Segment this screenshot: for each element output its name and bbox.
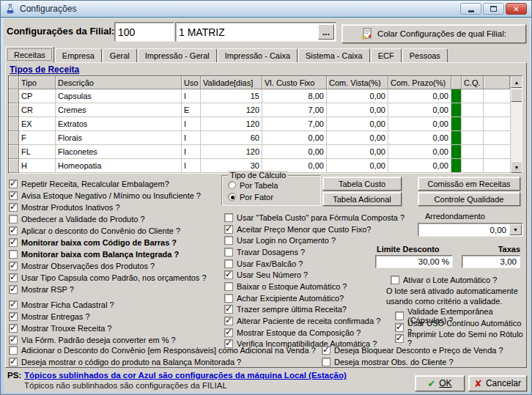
cell-custo-fixo[interactable]: 0,00 [262, 145, 327, 159]
checkbox-row[interactable]: Adicionar o Desconto do Convênio [em Res… [9, 344, 320, 356]
maximize-button[interactable] [483, 3, 504, 15]
checkbox[interactable] [224, 328, 233, 337]
checkbox-row[interactable]: Aplicar o desconto do Convênio do Client… [9, 225, 221, 237]
cell-tipo[interactable]: H [19, 159, 56, 173]
tab-impressao-geral[interactable]: Impressão - Geral [138, 48, 217, 63]
browse-ellipsis-button[interactable]: ... [318, 24, 334, 40]
grid-row[interactable]: EX Extratos I 120 7,00 0,00 0,00 [9, 117, 510, 131]
checkbox[interactable] [9, 358, 18, 366]
checkbox[interactable] [224, 305, 233, 314]
cell-cq[interactable] [462, 159, 484, 173]
cell-com-prazo[interactable]: 0,00 [388, 159, 451, 173]
checkbox[interactable] [9, 336, 18, 344]
checkbox[interactable] [9, 203, 18, 212]
grid-row[interactable]: CR Cremes E 120 7,00 0,00 0,00 [9, 103, 510, 117]
checkbox-row[interactable]: Mostrar Observações dos Produtos ? [9, 260, 221, 272]
title-bar[interactable]: Configurações ✕ [1, 1, 531, 18]
comissao-receitas-button[interactable]: Comissão em Receitas [418, 177, 520, 191]
checkbox[interactable] [9, 250, 18, 259]
checkbox[interactable] [395, 323, 404, 332]
checkbox-row[interactable]: Baixar o Estoque Automático ? [224, 281, 407, 292]
cell-com-prazo[interactable]: 0,00 [388, 103, 451, 117]
checkbox-row[interactable]: Monitorar baixa com Balança Integrada ? [9, 248, 221, 260]
checkbox-row[interactable]: Achar Excipiente Automático? [224, 292, 407, 304]
checkbox[interactable] [9, 191, 18, 200]
checkbox-row[interactable]: Mostrar Estoque da Composição ? [224, 327, 407, 339]
checkbox-row[interactable]: Aceitar Preço Menor que Custo Fixo? [224, 224, 407, 235]
checkbox[interactable] [9, 238, 18, 247]
col-uso[interactable]: Uso [182, 76, 201, 89]
radio-por-fator[interactable]: Por Fator [228, 191, 320, 202]
checkbox-row[interactable]: Alterar Paciente de receita confirmada ? [224, 315, 407, 327]
cell-com-vista[interactable]: 0,00 [327, 159, 388, 173]
branch-name-input[interactable]: 1 MATRIZ ... [175, 22, 336, 42]
cell-uso[interactable]: I [182, 159, 201, 173]
cell-descricao[interactable]: Cremes [56, 103, 182, 117]
arredondamento-combo[interactable]: 0,00 ▼ [418, 223, 523, 237]
tabela-custo-button[interactable]: Tabela Custo [322, 177, 402, 191]
col-descricao[interactable]: Descrição [56, 76, 182, 89]
cell-tipo[interactable]: FL [19, 145, 56, 159]
scroll-thumb[interactable] [511, 89, 522, 102]
checkbox[interactable] [9, 300, 18, 309]
checkbox[interactable] [395, 311, 404, 320]
radio-por-tabela[interactable]: Por Tabela [228, 180, 320, 191]
checkbox[interactable] [9, 346, 18, 355]
checkbox[interactable] [9, 226, 18, 235]
checkbox-row[interactable]: Trazer sempre última Receita? [224, 304, 407, 316]
checkbox[interactable] [224, 248, 233, 256]
checkbox[interactable] [395, 334, 404, 343]
cell-cq[interactable] [462, 103, 484, 117]
grid-row[interactable]: CP Capsulas I 15 8,00 0,00 0,00 [9, 89, 510, 103]
cell-validade[interactable]: 15 [201, 89, 262, 103]
tab-receitas[interactable]: Receitas [5, 46, 54, 63]
tab-ecf[interactable]: ECF [371, 48, 402, 63]
checkbox-row[interactable]: Mostrar Ficha Cadastral ? [9, 299, 221, 311]
cell-custo-fixo[interactable]: 7,00 [262, 117, 327, 131]
cell-descricao[interactable]: Extratos [56, 117, 182, 131]
col-cq[interactable]: C.Q. [462, 76, 484, 89]
checkbox[interactable] [9, 215, 18, 224]
close-button[interactable]: ✕ [506, 3, 527, 15]
cell-descricao[interactable]: Homeopatia [56, 159, 182, 173]
cell-com-prazo[interactable]: 0,00 [388, 89, 451, 103]
controle-qualidade-button[interactable]: Controle Qualidade [418, 192, 520, 206]
cell-com-vista[interactable]: 0,00 [327, 131, 388, 145]
radio-icon[interactable] [228, 181, 236, 189]
col-com-vista[interactable]: Com. Vista(%) [327, 76, 388, 89]
tabela-adicional-button[interactable]: Tabela Adicional [322, 192, 402, 206]
checkbox[interactable] [224, 259, 233, 268]
cell-descricao[interactable]: Flaconetes [56, 145, 182, 159]
checkbox-row[interactable]: Usar Tipo Capsula como Padrão, nos orçam… [9, 272, 221, 284]
cell-validade[interactable]: 120 [201, 103, 262, 117]
checkbox[interactable] [9, 273, 18, 282]
cell-tipo[interactable]: CP [19, 89, 56, 103]
checkbox[interactable] [322, 346, 330, 355]
cell-custo-fixo[interactable]: 8,00 [262, 89, 327, 103]
col-com-prazo[interactable]: Com. Prazo(%) [388, 76, 451, 89]
checkbox-row[interactable]: Usar Seu Número ? [224, 269, 407, 281]
cell-com-prazo[interactable]: 0,00 [388, 117, 451, 131]
cell-com-vista[interactable]: 0,00 [327, 103, 388, 117]
cell-uso[interactable]: I [182, 145, 201, 159]
checkbox[interactable] [391, 276, 399, 284]
checkbox[interactable] [224, 225, 233, 234]
checkbox-row[interactable]: Obedecer a Validade do Produto ? [9, 213, 221, 225]
col-validade[interactable]: Validade[dias] [201, 76, 262, 89]
checkbox[interactable] [9, 285, 18, 294]
radio-icon[interactable] [228, 193, 236, 201]
scroll-up-button[interactable]: ▲ [511, 76, 522, 88]
cell-cq[interactable] [462, 117, 484, 131]
checkbox-row[interactable]: Repetir Receita, Recalcular Embalagem? [9, 178, 221, 190]
col-custo-fixo[interactable]: Vl. Custo Fixo [262, 76, 327, 89]
checkbox-row[interactable]: Deseja mostrar o código do produto na Ba… [9, 356, 320, 368]
tab-pessoas[interactable]: Pessoas [402, 48, 448, 63]
ativar-lote-checkbox[interactable]: Ativar o Lote Automático ? [391, 274, 497, 286]
cell-com-prazo[interactable]: 0,00 [388, 131, 451, 145]
checkbox[interactable] [224, 317, 233, 325]
checkbox[interactable] [224, 236, 233, 245]
checkbox[interactable] [9, 262, 18, 270]
checkbox[interactable] [9, 312, 18, 321]
tab-impressao-caixa[interactable]: Impressão - Caixa [218, 48, 298, 63]
cell-validade[interactable]: 60 [201, 131, 262, 145]
